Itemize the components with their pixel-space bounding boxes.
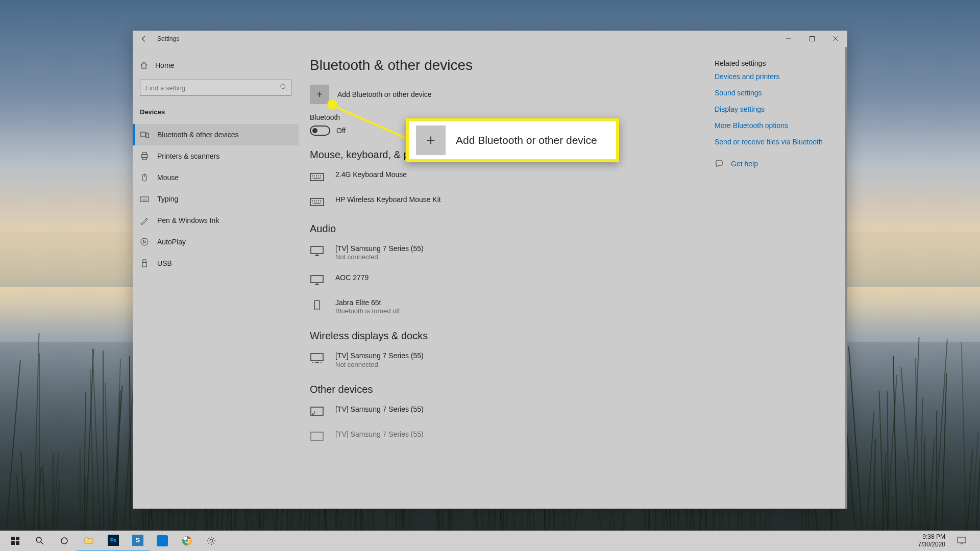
svg-rect-29 <box>311 246 323 254</box>
scrollbar[interactable] <box>845 47 847 509</box>
svg-point-47 <box>36 537 41 542</box>
chrome-icon <box>182 536 192 546</box>
maximize-button[interactable] <box>800 31 824 47</box>
sidebar-item-usb[interactable]: USB <box>133 253 299 274</box>
device-row[interactable]: [TV] Samsung 7 Series (55) <box>310 400 704 425</box>
svg-rect-6 <box>140 132 145 136</box>
device-row[interactable]: Jabra Elite 65tBluetooth is turned off <box>310 294 704 323</box>
sidebar-item-bluetooth[interactable]: Bluetooth & other devices <box>133 124 299 145</box>
device-row[interactable]: AOC 2779 <box>310 269 704 294</box>
related-link-display[interactable]: Display settings <box>715 105 835 113</box>
sidebar-category: Devices <box>133 103 299 121</box>
app-button[interactable] <box>150 531 175 551</box>
svg-rect-45 <box>11 541 15 545</box>
minimize-icon <box>786 36 791 41</box>
svg-point-39 <box>312 362 313 363</box>
minimize-button[interactable] <box>777 31 800 47</box>
clock-time: 9:38 PM <box>918 533 945 541</box>
printer-icon <box>140 152 149 161</box>
cast-icon <box>310 406 324 417</box>
sidebar-item-label: USB <box>157 259 172 267</box>
action-center-button[interactable] <box>950 531 973 551</box>
monitor-icon <box>310 274 324 286</box>
svg-rect-32 <box>311 276 323 283</box>
svg-point-53 <box>210 539 213 542</box>
pen-icon <box>140 216 149 225</box>
device-status: Not connected <box>335 253 424 261</box>
notification-icon <box>957 537 966 545</box>
plus-icon: + <box>310 85 329 104</box>
back-button[interactable] <box>133 31 155 47</box>
get-help-row[interactable]: Get help <box>715 159 835 168</box>
chat-icon <box>715 159 724 168</box>
search-icon <box>280 84 287 91</box>
sidebar-item-autoplay[interactable]: AutoPlay <box>133 231 299 253</box>
device-row[interactable]: HP Wireless Keyboard Mouse Kit <box>310 191 704 216</box>
photoshop-button[interactable]: Ps <box>101 531 126 551</box>
sidebar: Home Devices Bluetooth & other devices P… <box>133 47 299 509</box>
cast-icon <box>310 431 324 442</box>
device-name: [TV] Samsung 7 Series (55) <box>335 351 424 360</box>
app-icon <box>157 535 168 546</box>
toggle-switch <box>310 126 330 136</box>
chrome-button[interactable] <box>175 531 199 551</box>
sidebar-item-typing[interactable]: Typing <box>133 188 299 210</box>
section-heading-wireless: Wireless displays & docks <box>310 330 704 342</box>
svg-point-18 <box>141 238 148 245</box>
keyboard-icon <box>310 171 324 183</box>
settings-window: Settings Home Devices Bluetooth & other … <box>133 31 847 509</box>
svg-line-5 <box>285 88 287 90</box>
sidebar-item-label: Bluetooth & other devices <box>157 131 239 139</box>
photoshop-icon: Ps <box>108 535 119 546</box>
autoplay-icon <box>140 237 149 246</box>
search-input[interactable] <box>140 80 291 96</box>
sidebar-item-mouse[interactable]: Mouse <box>133 167 299 188</box>
titlebar: Settings <box>133 31 847 47</box>
home-icon <box>140 61 148 69</box>
related-link-send-receive[interactable]: Send or receive files via Bluetooth <box>715 138 835 146</box>
system-clock[interactable]: 9:38 PM 7/30/2020 <box>915 533 948 548</box>
cortana-icon <box>60 537 68 545</box>
device-row[interactable]: [TV] Samsung 7 Series (55)Not connected <box>310 347 704 376</box>
svg-rect-7 <box>146 133 149 138</box>
section-heading-audio: Audio <box>310 223 704 235</box>
svg-rect-9 <box>142 153 146 155</box>
svg-line-48 <box>41 542 43 544</box>
cortana-button[interactable] <box>52 531 77 551</box>
annotation-callout: + Add Bluetooth or other device <box>406 118 619 162</box>
keyboard-icon <box>310 196 324 208</box>
svg-rect-37 <box>311 354 323 361</box>
annotation-text: Add Bluetooth or other device <box>456 134 597 146</box>
home-link[interactable]: Home <box>133 56 299 74</box>
svg-rect-13 <box>140 197 149 202</box>
gear-icon <box>207 536 216 545</box>
sidebar-item-printers[interactable]: Printers & scanners <box>133 145 299 167</box>
device-row[interactable]: 2.4G Keyboard Mouse <box>310 166 704 191</box>
settings-taskbar-button[interactable] <box>199 531 224 551</box>
close-button[interactable] <box>824 31 847 47</box>
related-link-more-bluetooth[interactable]: More Bluetooth options <box>715 121 835 130</box>
get-help-link[interactable]: Get help <box>731 160 758 168</box>
search-icon <box>36 537 44 545</box>
sidebar-item-pen[interactable]: Pen & Windows Ink <box>133 210 299 231</box>
svg-point-40 <box>321 362 322 363</box>
start-button[interactable] <box>3 531 28 551</box>
device-name: [TV] Samsung 7 Series (55) <box>335 430 424 439</box>
annotation-dot <box>327 99 337 110</box>
related-link-sound[interactable]: Sound settings <box>715 89 835 97</box>
svg-rect-1 <box>810 37 815 41</box>
device-status: Not connected <box>335 361 424 368</box>
search-button[interactable] <box>28 531 52 551</box>
device-name: Jabra Elite 65t <box>335 298 400 307</box>
related-link-devices-printers[interactable]: Devices and printers <box>715 72 835 81</box>
maximize-icon <box>810 36 815 41</box>
snagit-button[interactable]: S <box>126 531 150 551</box>
file-explorer-button[interactable] <box>77 531 101 551</box>
keyboard-icon <box>140 194 149 204</box>
devices-icon <box>140 130 149 139</box>
page-heading: Bluetooth & other devices <box>310 57 704 73</box>
device-row[interactable]: [TV] Samsung 7 Series (55)Not connected <box>310 240 704 269</box>
svg-rect-20 <box>142 262 146 267</box>
device-row[interactable]: [TV] Samsung 7 Series (55) <box>310 425 704 450</box>
taskbar: Ps S 9:38 PM 7/30/2020 <box>0 531 980 551</box>
